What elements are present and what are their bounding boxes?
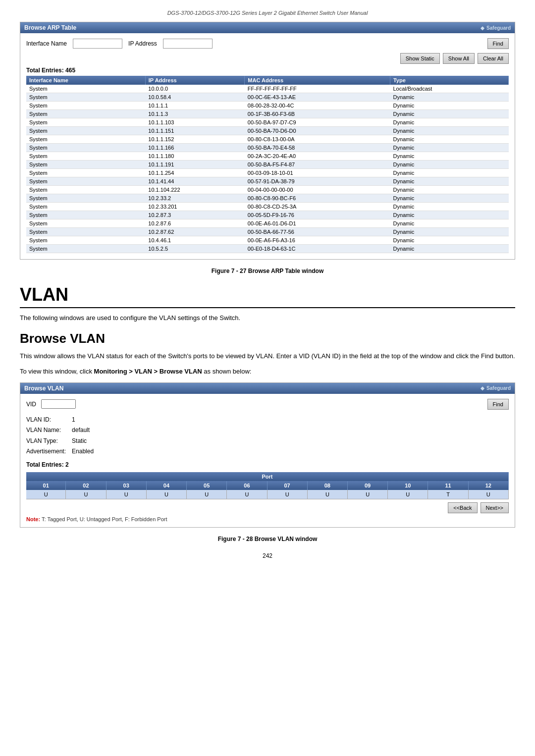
port-value-row: UUUUUUUUUUTU (26, 490, 509, 499)
clear-all-button[interactable]: Clear All (478, 53, 509, 64)
vlan-panel-body: VID Find VLAN ID: 1 VLAN Name: default V… (20, 394, 515, 527)
table-row: System10.5.2.500-E0-18-D4-63-1CDynamic (26, 245, 509, 253)
note-content: T: Tagged Port, U: Untagged Port, F: For… (42, 516, 167, 522)
table-row: System10.2.87.6200-50-BA-66-77-56Dynamic (26, 228, 509, 236)
vlan-panel-header: Browse VLAN ◆ Safeguard (20, 383, 515, 394)
ip-address-input[interactable] (163, 39, 213, 49)
figure1-caption: Figure 7 - 27 Browse ARP Table window (20, 268, 515, 274)
interface-name-input[interactable] (73, 39, 122, 49)
table-row: System10.4.46.100-0E-A6-F6-A3-16Dynamic (26, 236, 509, 245)
safeguard-logo: ◆ Safeguard (481, 25, 511, 31)
col-type: Type (390, 76, 508, 85)
vid-input[interactable] (41, 399, 76, 409)
safeguard-icon: ◆ (481, 25, 484, 31)
table-row: System10.2.87.600-0E-A6-01-D6-D1Dynamic (26, 219, 509, 228)
port-table: Port 010203040506070809101112 UUUUUUUUUU… (26, 472, 509, 499)
arp-table-wrapper[interactable]: Interface Name IP Address MAC Address Ty… (26, 76, 509, 254)
browse-vlan-desc1: This window allows the VLAN status for e… (20, 351, 515, 361)
vlan-info-table: VLAN ID: 1 VLAN Name: default VLAN Type:… (26, 415, 100, 457)
vlan-type-value: Static (72, 436, 100, 447)
col-interface-name: Interface Name (26, 76, 145, 85)
vlan-name-label: VLAN Name: (26, 425, 72, 436)
vlan-safeguard-icon: ◆ (481, 385, 484, 391)
figure2-caption: Figure 7 - 28 Browse VLAN window (20, 536, 515, 542)
port-col-group: Port (26, 472, 509, 481)
vlan-info: VLAN ID: 1 VLAN Name: default VLAN Type:… (26, 415, 509, 457)
vlan-safeguard-logo: ◆ Safeguard (481, 385, 511, 391)
table-row: System10.2.33.20100-80-C8-CD-25-3ADynami… (26, 203, 509, 211)
vlan-find-button[interactable]: Find (487, 399, 509, 410)
table-row: System10.1.41.4400-57-91-DA-38-79Dynamic (26, 177, 509, 186)
vlan-type-label: VLAN Type: (26, 436, 72, 447)
interface-name-label: Interface Name (26, 40, 67, 47)
table-row: System10.1.1.10300-50-BA-97-D7-C9Dynamic (26, 118, 509, 127)
find-button[interactable]: Find (487, 38, 509, 49)
table-row: System10.1.1.25400-03-09-18-10-01Dynamic (26, 169, 509, 177)
table-row: System10.1.1.19100-50-BA-F5-F4-87Dynamic (26, 161, 509, 169)
browse-vlan-title: Browse VLAN (20, 331, 515, 346)
note-label: Note: (26, 516, 40, 522)
vlan-panel: Browse VLAN ◆ Safeguard VID Find VLAN ID… (20, 382, 515, 528)
note-text: Note: T: Tagged Port, U: Untagged Port, … (26, 516, 509, 522)
ip-address-label: IP Address (128, 40, 157, 47)
table-row: System10.5.27.600-13-D4-8A-FB-08Dynamic (26, 253, 509, 255)
vlan-section-title: VLAN (20, 284, 515, 308)
arp-total-entries: Total Entries: 465 (26, 67, 509, 74)
vid-label: VID (26, 401, 36, 408)
show-static-button[interactable]: Show Static (400, 53, 440, 64)
table-row: System10.0.0.0FF-FF-FF-FF-FF-FFLocal/Bro… (26, 85, 509, 93)
back-button[interactable]: <<Back (448, 502, 477, 513)
table-row: System10.1.1.16600-50-BA-70-E4-58Dynamic (26, 144, 509, 152)
col-mac-address: MAC Address (245, 76, 390, 85)
show-all-button[interactable]: Show All (443, 53, 475, 64)
port-table-header: Port 010203040506070809101112 (26, 472, 509, 490)
table-row: System10.2.87.300-05-5D-F9-16-76Dynamic (26, 211, 509, 219)
advertisement-label: Advertisement: (26, 446, 72, 457)
vlan-id-label: VLAN ID: (26, 415, 72, 426)
advertisement-value: Enabled (72, 446, 100, 457)
vlan-section-intro: The following windows are used to config… (20, 313, 515, 323)
arp-table-body: System10.0.0.0FF-FF-FF-FF-FF-FFLocal/Bro… (26, 85, 509, 254)
arp-search-row: Interface Name IP Address Find (26, 38, 509, 49)
arp-table-header: Interface Name IP Address MAC Address Ty… (26, 76, 509, 85)
arp-button-row: Show Static Show All Clear All (26, 53, 509, 64)
vlan-panel-title: Browse VLAN (24, 385, 63, 392)
vlan-total-entries: Total Entries: 2 (26, 461, 509, 468)
next-button[interactable]: Next>> (481, 502, 509, 513)
port-table-wrapper: Port 010203040506070809101112 UUUUUUUUUU… (26, 472, 509, 499)
vlan-id-value: 1 (72, 415, 100, 426)
arp-table: Interface Name IP Address MAC Address Ty… (26, 76, 509, 254)
table-row: System10.1.1.15200-80-C8-13-00-0ADynamic (26, 135, 509, 144)
arp-panel-body: Interface Name IP Address Find Show Stat… (20, 33, 515, 259)
arp-panel-title: Browse ARP Table (24, 24, 76, 31)
arp-table-panel: Browse ARP Table ◆ Safeguard Interface N… (20, 22, 515, 260)
arp-panel-header: Browse ARP Table ◆ Safeguard (20, 22, 515, 33)
table-row: System10.0.58.400-0C-6E-43-13-AEDynamic (26, 93, 509, 102)
vlan-nav-buttons: <<Back Next>> (26, 502, 509, 513)
browse-vlan-desc2: To view this window, click Monitoring > … (20, 367, 515, 377)
port-header-row: 010203040506070809101112 (26, 481, 509, 490)
table-row: System10.2.33.200-80-C8-90-BC-F6Dynamic (26, 194, 509, 203)
page-number: 242 (20, 552, 515, 559)
table-row: System10.1.1.108-00-28-32-00-4CDynamic (26, 102, 509, 110)
col-ip-address: IP Address (145, 76, 244, 85)
table-row: System10.1.1.15100-50-BA-70-D6-D0Dynamic (26, 127, 509, 135)
table-row: System10.1.1.18000-2A-3C-20-4E-A0Dynamic (26, 152, 509, 161)
port-table-body: UUUUUUUUUUTU (26, 490, 509, 499)
vlan-name-value: default (72, 425, 100, 436)
table-row: System10.1.1.300-1F-3B-60-F3-6BDynamic (26, 110, 509, 118)
table-row: System10.1.104.22200-04-00-00-00-00Dynam… (26, 186, 509, 194)
vlan-search-row: VID Find (26, 399, 509, 410)
doc-title: DGS-3700-12/DGS-3700-12G Series Layer 2 … (20, 10, 515, 16)
